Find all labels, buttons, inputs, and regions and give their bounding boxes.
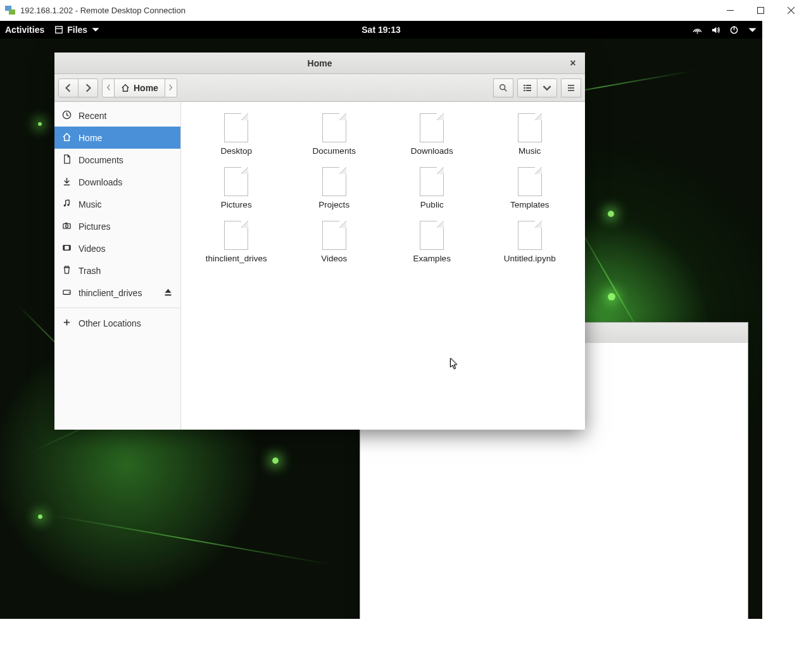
file-label: Untitled.ipynb: [504, 254, 556, 263]
close-icon[interactable]: ×: [566, 56, 580, 70]
app-menu-label: Files: [67, 25, 87, 35]
file-icon: [518, 113, 542, 142]
file-icon: [322, 221, 346, 250]
sidebar-item-videos[interactable]: Videos: [54, 237, 180, 259]
file-icon: [322, 167, 346, 196]
file-icon: [322, 113, 346, 142]
file-label: Templates: [510, 200, 550, 209]
video-icon: [62, 243, 72, 254]
sidebar-item-home[interactable]: Home: [54, 127, 180, 149]
svg-point-24: [65, 225, 68, 227]
file-item[interactable]: Downloads: [383, 109, 481, 159]
plus-icon: [62, 318, 72, 329]
toolbar: Home: [54, 74, 585, 102]
sidebar-item-label: Pictures: [79, 221, 111, 232]
file-item[interactable]: Templates: [481, 163, 579, 213]
file-grid[interactable]: DesktopDocumentsDownloadsMusicPicturesPr…: [181, 102, 585, 430]
file-manager-titlebar[interactable]: Home ×: [54, 53, 585, 74]
eject-icon[interactable]: [163, 287, 173, 299]
sidebar-item-pictures[interactable]: Pictures: [54, 215, 180, 237]
file-icon: [420, 221, 444, 250]
sidebar-item-other-locations[interactable]: Other Locations: [54, 312, 180, 334]
hamburger-menu-button[interactable]: [561, 78, 581, 97]
list-view-icon: [523, 84, 532, 92]
file-icon: [518, 221, 542, 250]
path-bar: Home: [102, 78, 177, 97]
file-icon: [420, 113, 444, 142]
sidebar-item-music[interactable]: Music: [54, 193, 180, 215]
sidebar-item-label: Music: [79, 199, 102, 209]
power-icon[interactable]: [729, 25, 739, 35]
down-icon: [62, 177, 72, 188]
svg-rect-1: [757, 8, 764, 14]
file-icon: [224, 167, 248, 196]
activities-button[interactable]: Activities: [5, 25, 44, 35]
search-icon: [499, 84, 508, 92]
view-dropdown-button[interactable]: [537, 78, 557, 97]
drive-icon: [62, 287, 72, 299]
file-item[interactable]: Videos: [286, 217, 384, 267]
sidebar-item-label: thinclient_drives: [79, 288, 142, 298]
close-button[interactable]: [784, 4, 797, 17]
rdp-app-icon: [5, 6, 15, 16]
file-item[interactable]: Pictures: [187, 163, 286, 213]
minimize-button[interactable]: [724, 4, 736, 17]
chevron-down-icon[interactable]: [748, 25, 757, 35]
svg-rect-25: [65, 222, 68, 223]
file-label: Pictures: [221, 200, 252, 209]
file-item[interactable]: Documents: [286, 109, 384, 159]
svg-rect-28: [69, 245, 70, 250]
svg-point-21: [64, 204, 66, 206]
rdp-window-title: 192.168.1.202 - Remote Desktop Connectio…: [20, 6, 724, 15]
chevron-down-icon: [543, 84, 551, 92]
file-item[interactable]: Public: [383, 163, 481, 213]
path-next-button[interactable]: [165, 78, 177, 97]
svg-rect-4: [56, 27, 63, 34]
path-segment-label: Home: [134, 83, 158, 93]
gnome-topbar: Activities Files Sat 19:13: [0, 21, 762, 39]
sidebar-item-thinclient-drives[interactable]: thinclient_drives: [54, 282, 180, 304]
view-list-button[interactable]: [517, 78, 538, 97]
file-item[interactable]: thinclient_drives: [187, 217, 286, 267]
trash-icon: [62, 265, 72, 277]
sidebar-item-trash[interactable]: Trash: [54, 259, 180, 282]
sidebar-item-recent[interactable]: Recent: [54, 104, 180, 127]
remote-desktop: Activities Files Sat 19:13 @jetson: ~ Ho…: [0, 21, 762, 619]
svg-rect-15: [524, 90, 525, 91]
path-prev-button[interactable]: [102, 78, 115, 97]
sidebar-item-label: Recent: [79, 111, 106, 121]
sidebar-item-label: Downloads: [79, 177, 122, 187]
svg-rect-11: [524, 85, 525, 86]
svg-line-10: [505, 89, 507, 91]
file-item[interactable]: Desktop: [187, 109, 286, 159]
doc-icon: [62, 154, 72, 166]
file-item[interactable]: Examples: [383, 217, 481, 267]
sidebar-item-documents[interactable]: Documents: [54, 149, 180, 171]
clock[interactable]: Sat 19:13: [361, 25, 400, 35]
maximize-button[interactable]: [754, 4, 767, 17]
network-icon[interactable]: [693, 25, 702, 35]
file-item[interactable]: Projects: [286, 163, 384, 213]
svg-rect-27: [63, 245, 65, 250]
file-label: Examples: [413, 254, 451, 263]
file-label: Desktop: [220, 146, 252, 156]
home-icon: [121, 84, 130, 92]
search-button[interactable]: [493, 78, 513, 97]
svg-point-6: [697, 32, 698, 34]
file-label: thinclient_drives: [206, 254, 267, 263]
sidebar-item-label: Other Locations: [79, 318, 141, 328]
file-label: Videos: [321, 254, 347, 263]
sidebar-item-label: Home: [79, 133, 102, 143]
camera-icon: [62, 221, 72, 232]
file-item[interactable]: Music: [481, 109, 579, 159]
file-icon: [420, 167, 444, 196]
back-button[interactable]: [58, 78, 79, 97]
app-menu[interactable]: Files: [54, 25, 100, 35]
file-item[interactable]: Untitled.ipynb: [481, 217, 579, 267]
forward-button[interactable]: [78, 78, 98, 97]
sidebar-item-label: Videos: [79, 244, 106, 254]
sidebar-item-downloads[interactable]: Downloads: [54, 171, 180, 193]
volume-icon[interactable]: [711, 25, 720, 35]
hamburger-icon: [567, 84, 575, 92]
path-segment-home[interactable]: Home: [114, 78, 165, 97]
